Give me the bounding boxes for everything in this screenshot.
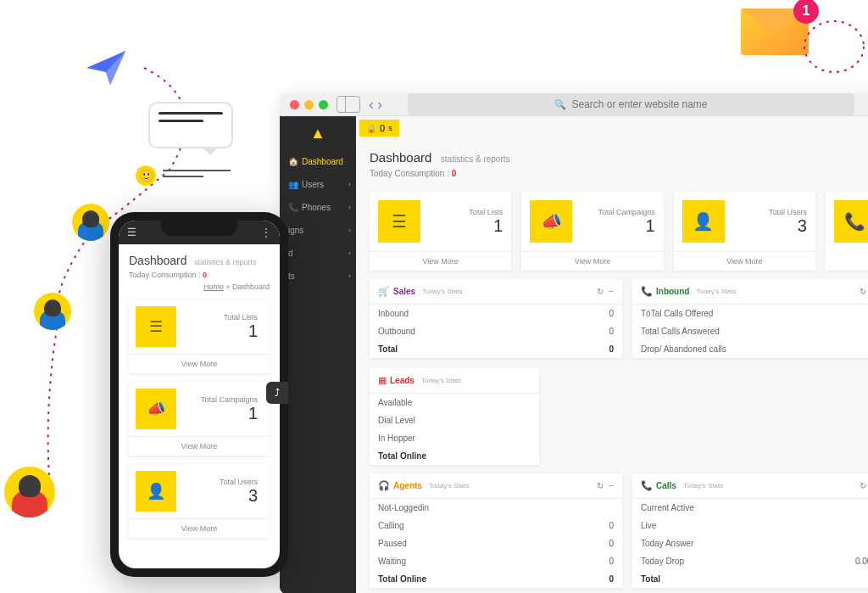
megaphone-icon: 📣 — [136, 389, 176, 429]
panel-agents: 🎧AgentsToday's Stats ↻− Not-Loggedin Cal… — [370, 473, 622, 588]
chevron-icon: ‹ — [348, 249, 351, 257]
address-bar[interactable]: Search or enter website name — [408, 93, 854, 115]
panel-title: Calls — [656, 481, 676, 490]
consumption-value: 0 — [203, 271, 207, 279]
view-more-link[interactable]: View More — [674, 251, 815, 271]
panel-inbound: 📞InboundToday's Stats ↻− TóTal Calls Off… — [632, 279, 868, 358]
phone-icon: 📞 — [641, 480, 653, 491]
consumption-value: 0 — [452, 169, 457, 178]
phone-in-icon: 📞 — [641, 286, 653, 297]
stats-row: ☰ Total Lists 1 View More 📣 Total Campai… — [356, 183, 868, 279]
forward-button[interactable]: › — [377, 96, 382, 114]
browser-chrome: ‹ › Search or enter website name — [280, 93, 868, 116]
sidebar-item-users[interactable]: 👥 Users ‹ — [280, 173, 356, 196]
page-header: Dashboard statistics & reports Today Con… — [356, 140, 868, 183]
page-title: Dashboard — [370, 150, 431, 165]
sidebar-item-campaigns[interactable]: igns ‹ — [280, 219, 356, 242]
more-icon[interactable]: ⋮ — [261, 227, 271, 238]
stat-card-users: 👤 Total Users 3 View More — [674, 192, 815, 271]
user-icon: 👤 — [136, 471, 176, 512]
refresh-icon[interactable]: ↻ — [597, 481, 604, 490]
nav-arrows: ‹ › — [369, 96, 382, 114]
stat-value: 1 — [429, 216, 503, 236]
close-window-icon[interactable] — [290, 100, 299, 109]
speech-bubble-decoration — [148, 102, 233, 148]
stat-label: Total Lists — [429, 208, 503, 216]
megaphone-icon: 📣 — [530, 200, 572, 243]
minimize-window-icon[interactable] — [304, 100, 314, 109]
panel-leads: ▦LeadsToday's Stats Available Dial Level… — [370, 368, 539, 465]
panel-title: Sales — [393, 287, 415, 296]
view-more-link[interactable]: View More — [521, 251, 663, 271]
consumption-label: Today Consumption : — [370, 169, 449, 178]
chevron-icon: ‹ — [348, 272, 351, 280]
phone-page-subtitle: statistics & reports — [194, 258, 257, 266]
app-logo: ▲ — [280, 116, 356, 150]
person-avatar-decoration — [34, 293, 71, 330]
sidebar-toggle-icon[interactable] — [337, 96, 360, 113]
share-button[interactable]: ⤴ — [266, 382, 288, 404]
view-more-link[interactable]: View More — [129, 436, 270, 456]
breadcrumb: Home » Dashboard — [129, 283, 270, 291]
person-avatar-decoration — [4, 467, 55, 517]
sidebar-item[interactable]: d ‹ — [280, 242, 356, 265]
tab-suffix: s — [388, 124, 392, 132]
maximize-window-icon[interactable] — [319, 100, 328, 109]
panel-calls: 📞CallsToday's Stats ↻− Current Active0 L… — [632, 473, 868, 588]
browser-window: ‹ › Search or enter website name ▲ 🏠 Das… — [280, 93, 868, 593]
chevron-icon: ‹ — [348, 181, 351, 188]
envelope-notification: 1 — [741, 8, 809, 55]
top-tab[interactable]: 🔒 0 s — [359, 120, 399, 137]
stat-card-calls: 📞 — [826, 192, 868, 271]
view-more-link[interactable]: View More — [129, 354, 270, 373]
phone-notch — [161, 221, 237, 236]
phone-icon: 📞 — [288, 203, 297, 212]
sidebar-label: Dashboard — [302, 157, 343, 166]
users-icon: 👥 — [288, 180, 297, 189]
sidebar-label: ts — [288, 271, 295, 281]
phone-icon: 📞 — [834, 200, 868, 243]
panel-title: Inbound — [656, 287, 689, 296]
refresh-icon[interactable]: ↻ — [860, 481, 866, 490]
refresh-icon[interactable]: ↻ — [597, 287, 604, 296]
breadcrumb-current: Dashboard — [232, 283, 270, 291]
sidebar-label: igns — [288, 226, 303, 235]
sidebar-item-phones[interactable]: 📞 Phones ‹ — [280, 196, 356, 219]
sidebar-label: d — [288, 249, 293, 258]
window-controls[interactable] — [290, 100, 328, 109]
user-icon: 👤 — [682, 200, 725, 243]
minimize-icon[interactable]: − — [609, 481, 614, 490]
tab-value: 0 — [380, 123, 385, 133]
home-icon: 🏠 — [288, 157, 297, 166]
smiley-decoration: 🙂 — [136, 165, 231, 186]
person-avatar-decoration — [72, 204, 109, 241]
phone-mockup: ☰ ⋮ Dashboard statistics & reports Today… — [110, 212, 288, 577]
panel-subtitle: Today's Stats — [696, 288, 736, 295]
refresh-icon[interactable]: ↻ — [860, 287, 866, 296]
stat-label: Total Users — [733, 208, 807, 216]
panel-subtitle: Today's Stats — [422, 288, 462, 295]
list-icon: ☰ — [378, 200, 420, 243]
view-more-link[interactable]: View More — [370, 251, 511, 271]
breadcrumb-home[interactable]: Home — [203, 283, 224, 291]
cart-icon: 🛒 — [378, 286, 390, 297]
minimize-icon[interactable]: − — [609, 287, 614, 296]
stat-value: 3 — [733, 216, 807, 236]
menu-icon[interactable]: ☰ — [127, 227, 136, 238]
stat-value: 1 — [581, 216, 654, 236]
panel-subtitle: Today's Stats — [429, 482, 469, 490]
envelope-icon — [741, 8, 809, 55]
panel-subtitle: Today's Stats — [683, 482, 723, 490]
paper-plane-icon — [85, 47, 127, 89]
sidebar-label: Users — [302, 180, 324, 189]
sidebar-item[interactable]: ts ‹ — [280, 265, 356, 288]
phone-stat-card-campaigns: 📣 Total Campaigns 1 View More — [129, 382, 270, 456]
consumption-label: Today Consumption : — [129, 271, 201, 279]
back-button[interactable]: ‹ — [369, 96, 374, 114]
panel-title: Agents — [393, 481, 422, 490]
view-more-link[interactable]: View More — [129, 518, 270, 538]
dotted-loop-decoration — [766, 8, 868, 85]
sidebar-item-dashboard[interactable]: 🏠 Dashboard — [280, 150, 356, 173]
panel-sales: 🛒SalesToday's Stats ↻− Inbound0 Outbound… — [370, 279, 622, 358]
chevron-icon: ‹ — [348, 227, 351, 234]
